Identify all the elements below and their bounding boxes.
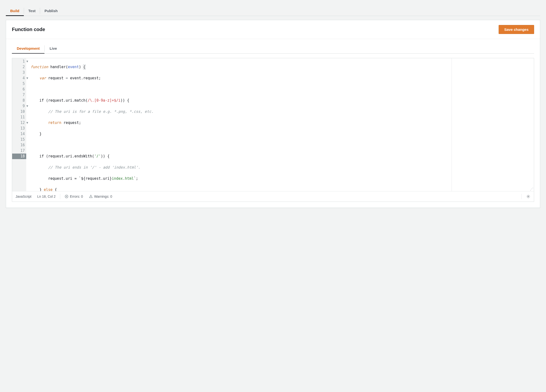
line-number: 8: [15, 98, 25, 103]
line-number: 12▼: [15, 120, 25, 126]
line-number: 2: [15, 64, 25, 70]
code-editor[interactable]: 1▼234▼56789▼101112▼131415161718 function…: [12, 58, 534, 202]
status-errors[interactable]: Errors: 0: [65, 195, 83, 198]
primary-tabs: Build Test Publish: [6, 6, 540, 16]
svg-point-1: [528, 196, 529, 197]
line-number: 11: [15, 114, 25, 120]
line-number: 4▼: [15, 75, 25, 81]
line-number: 16: [15, 142, 25, 148]
status-language: JavaScript: [16, 195, 31, 198]
line-number: 5: [15, 81, 25, 87]
status-errors-label: Errors: 0: [70, 195, 83, 198]
error-icon: [65, 195, 68, 198]
code-token: )) {: [101, 154, 110, 158]
line-number: 15: [15, 137, 25, 142]
code-content[interactable]: function handler(event) { var request = …: [26, 58, 534, 191]
line-number: 6: [15, 87, 25, 92]
matched-brace: {: [83, 65, 86, 69]
function-code-panel: Function code Save changes Development L…: [6, 20, 540, 208]
tab-live[interactable]: Live: [45, 43, 62, 53]
tab-development[interactable]: Development: [12, 43, 44, 53]
code-token: }: [39, 188, 44, 191]
code-token: {: [52, 188, 57, 191]
settings-gear-icon[interactable]: [526, 194, 530, 199]
status-cursor: Ln 18, Col 2: [37, 195, 56, 198]
code-token: return: [48, 121, 61, 125]
tab-publish[interactable]: Publish: [40, 6, 62, 16]
line-number: 18: [12, 154, 26, 159]
line-number: 17: [15, 148, 25, 154]
code-token: if (request.uri.endsWith(: [39, 154, 94, 158]
code-token: /\.[0-9a-z]+$/i: [88, 98, 120, 103]
code-token: '/': [94, 154, 101, 158]
code-token: }: [39, 132, 42, 136]
resize-handle-icon[interactable]: ⋰: [530, 187, 533, 191]
code-token: request: [48, 76, 63, 80]
line-number-gutter: 1▼234▼56789▼101112▼131415161718: [12, 58, 26, 191]
code-token: function: [31, 65, 48, 69]
tab-build[interactable]: Build: [6, 6, 24, 16]
line-number: 10: [15, 109, 25, 114]
line-number: 9▼: [15, 103, 25, 109]
code-token: request;: [63, 121, 81, 125]
status-separator: [60, 194, 60, 199]
panel-header: Function code Save changes: [6, 20, 540, 39]
code-area[interactable]: 1▼234▼56789▼101112▼131415161718 function…: [12, 58, 534, 191]
tab-test[interactable]: Test: [24, 6, 40, 16]
code-comment: // The uri is for a file e.g. *.png, *.c…: [48, 109, 153, 114]
code-tabs: Development Live: [12, 43, 534, 54]
code-token: if (request.uri.match(: [39, 98, 88, 103]
code-token: event.request;: [70, 76, 101, 80]
line-number: 3: [15, 70, 25, 75]
panel-body: Development Live 1▼234▼56789▼101112▼1314…: [6, 39, 540, 208]
line-number: 13: [15, 126, 25, 131]
warning-icon: [89, 195, 93, 198]
status-warnings[interactable]: Warnings: 0: [89, 195, 112, 198]
status-separator: [521, 194, 522, 199]
code-token: index.html: [112, 176, 134, 181]
editor-split-handle[interactable]: [452, 58, 452, 191]
code-token: handler: [50, 65, 66, 69]
line-number: 14: [15, 131, 25, 137]
code-token: request.uri = `${request.uri}: [48, 176, 112, 181]
line-number: 7: [15, 92, 25, 98]
code-token: else: [44, 188, 52, 191]
code-token: var: [39, 76, 46, 80]
code-token: event: [68, 65, 79, 69]
editor-status-bar: JavaScript Ln 18, Col 2 Errors: 0 Warnin…: [12, 191, 534, 202]
line-number: 1▼: [15, 59, 25, 64]
status-warnings-label: Warnings: 0: [94, 195, 112, 198]
panel-title: Function code: [12, 27, 45, 32]
save-changes-button[interactable]: Save changes: [499, 25, 534, 34]
code-token: )) {: [120, 98, 129, 103]
code-token: `;: [134, 176, 138, 181]
code-comment: // The uri ends in '/' - add 'index.html…: [48, 165, 140, 170]
